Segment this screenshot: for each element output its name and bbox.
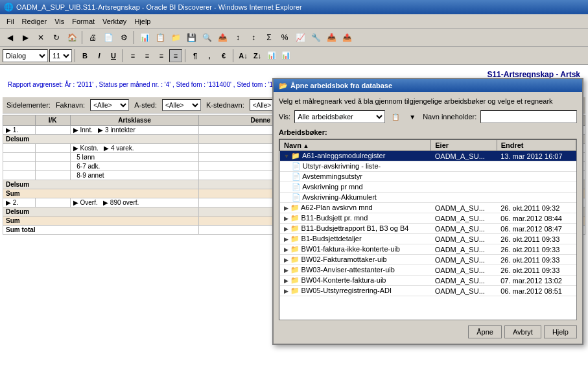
tb14[interactable]: 📤 [340,30,354,45]
workbook-row[interactable]: ▶ 📁 BW04-Konterte-faktura-uibOADM_A_SU..… [280,276,576,286]
workbook-row[interactable]: ▶ 📁 BW02-Fakturamottaker-uibOADM_A_SU...… [280,255,576,265]
workbook-modified [497,161,576,172]
tb9[interactable]: Σ [262,30,276,45]
title-bar: 🌐 OADM_A_SUP_UIB.S11-Artsregnskap - Orac… [0,0,588,14]
back-btn[interactable]: ◀ [3,30,17,45]
workbook-owner: OADM_A_SU... [431,203,497,213]
workbook-row[interactable]: ▶ 📁 B11-Budsjettrapport B1, B3 og B4OADM… [280,224,576,234]
forward-btn[interactable]: ▶ [18,30,32,45]
format-extra6[interactable]: 📊 [265,49,278,62]
workbook-name: ▶ 📁 BW04-Konterte-faktura-uib [280,276,431,286]
workbook-list[interactable]: Navn Eier Endret ▼ 📁 A61-anleggsmodulreg… [279,139,577,320]
tb1[interactable]: 📊 [137,30,152,45]
workbook-name: 📄 Avstemmingsutstyr [280,172,431,182]
workbook-row[interactable]: ▶ 📁 BW03-Anviser-attestanter-uibOADM_A_S… [280,265,576,276]
format-extra5[interactable]: Z↓ [251,49,264,62]
workbook-table: Navn Eier Endret ▼ 📁 A61-anleggsmodulreg… [279,139,576,296]
home-btn[interactable]: 🏠 [65,30,79,45]
dialog-description: Velg et målregneark ved å bla gjennom ti… [279,97,577,105]
col-navn[interactable]: Navn [280,140,431,151]
workbook-owner [431,182,497,193]
workbook-row[interactable]: ▶ 📁 BW01-faktura-ikke-konterte-uibOADM_A… [280,244,576,255]
format-extra1[interactable]: ¶ [189,49,202,62]
align-justify-btn[interactable]: ≡ [169,49,182,62]
workbook-name: ▶ 📁 BW02-Fakturamottaker-uib [280,255,431,265]
tb7[interactable]: ↕ [231,30,245,45]
ie-icon: 🌐 [4,3,14,12]
workbook-row[interactable]: ▼ 📁 A61-anleggsmodulregisterOADM_A_SU...… [280,151,576,161]
menu-format[interactable]: Format [68,16,99,27]
workbook-row[interactable]: ▶ 📁 B11-Budsjett pr. mndOADM_A_SU...06. … [280,213,576,224]
workbook-owner: OADM_A_SU... [431,255,497,265]
tb5[interactable]: 🔍 [200,30,214,45]
menu-rediger[interactable]: Rediger [18,16,51,27]
align-right-btn[interactable]: ≡ [155,49,168,62]
tb3[interactable]: 📁 [169,30,183,45]
tb11[interactable]: 📈 [293,30,307,45]
workbook-row[interactable]: ▶ 📁 A62-Plan avskrvn mndOADM_A_SU...26. … [280,203,576,213]
tools-btn[interactable]: ⚙ [117,30,131,45]
title-text: OADM_A_SUP_UIB.S11-Artsregnskap - Oracle… [16,3,302,11]
help-btn[interactable]: Hjelp [544,325,577,338]
workbook-modified: 06. mar.2012 08:51 [497,286,576,296]
workbook-owner: OADM_A_SU... [431,151,497,161]
bold-btn[interactable]: B [78,49,91,62]
align-left-btn[interactable]: ≡ [126,49,139,62]
workbook-name: ▶ 📁 B11-Budsjettrapport B1, B3 og B4 [280,224,431,234]
cancel-btn[interactable]: Avbryt [504,325,541,338]
tb2[interactable]: 📋 [153,30,167,45]
col-endret[interactable]: Endret [497,140,576,151]
workbook-owner: OADM_A_SU... [431,234,497,244]
workbook-name: ▶ 📁 BW05-Utstyrregistrering-ADI [280,286,431,296]
underline-btn[interactable]: U [107,49,120,62]
print-btn[interactable]: 🖨 [86,30,100,45]
navn-input[interactable] [480,110,577,123]
col-eier[interactable]: Eier [431,140,497,151]
menu-verktoy[interactable]: Verktøy [99,16,130,27]
page-btn[interactable]: 📄 [101,30,115,45]
workbook-row[interactable]: 📄 Avskrivning pr mnd [280,182,576,193]
sep4 [123,49,124,62]
menu-bar: Fil Rediger Vis Format Verktøy Hjelp [0,14,588,29]
workbook-owner: OADM_A_SU... [431,213,497,224]
sep3 [75,49,76,62]
workbook-row[interactable]: ▶ 📁 B1-BudsjettdetaljerOADM_A_SU...26. o… [280,234,576,244]
sep6 [233,49,234,62]
dialog-vis-row: Vis: Alle arbeidsbøker 📋 ▼ Navn innehold… [279,110,577,123]
workbook-modified: 26. okt.2011 09:33 [497,234,576,244]
workbook-modified [497,182,576,193]
format-extra3[interactable]: € [217,49,230,62]
workbook-name: ▶ 📁 A62-Plan avskrvn mnd [280,203,431,213]
menu-hjelp[interactable]: Hjelp [130,16,154,27]
open-btn[interactable]: Åpne [468,325,502,338]
workbook-row[interactable]: 📄 Utstyr-avskrivning - liste- [280,161,576,172]
workbook-modified: 26. okt.2011 09:32 [497,203,576,213]
stop-btn[interactable]: ✕ [34,30,48,45]
main-toolbar: ◀ ▶ ✕ ↻ 🏠 🖨 📄 ⚙ 📊 📋 📁 💾 🔍 📤 ↕ ↕ Σ % 📈 🔧 … [0,29,588,47]
workbook-row[interactable]: 📄 Avstemmingsutstyr [280,172,576,182]
tb4[interactable]: 💾 [184,30,198,45]
workbook-row[interactable]: ▶ 📁 BW05-Utstyrregistrering-ADIOADM_A_SU… [280,286,576,296]
tb13[interactable]: 📥 [324,30,338,45]
workbook-row[interactable]: 📄 Avskrivning-Akkumulert [280,193,576,203]
workbook-owner [431,193,497,203]
menu-fil[interactable]: Fil [3,16,18,27]
vis-icon-btn2[interactable]: ▼ [406,110,419,123]
vis-icon-btn[interactable]: 📋 [389,110,402,123]
format-extra2[interactable]: , [203,49,216,62]
tb8[interactable]: ↕ [246,30,261,45]
fontsize-select[interactable]: 11 [49,49,72,62]
style-select[interactable]: Dialog [3,49,48,62]
vis-select[interactable]: Alle arbeidsbøker [294,110,385,123]
menu-vis[interactable]: Vis [51,16,68,27]
tb10[interactable]: % [277,30,292,45]
italic-btn[interactable]: I [93,49,106,62]
workbook-owner: OADM_A_SU... [431,276,497,286]
workbook-modified [497,193,576,203]
tb6[interactable]: 📤 [215,30,229,45]
tb12[interactable]: 🔧 [309,30,323,45]
format-extra4[interactable]: A↓ [237,49,250,62]
format-extra7[interactable]: 📊 [279,49,292,62]
refresh-btn[interactable]: ↻ [49,30,64,45]
align-center-btn[interactable]: ≡ [141,49,154,62]
